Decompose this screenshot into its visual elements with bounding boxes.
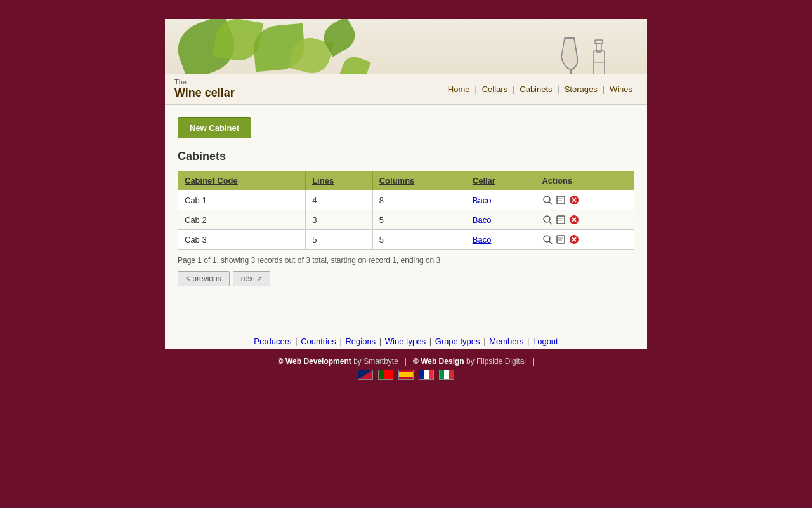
nav-home[interactable]: Home xyxy=(443,84,475,94)
main-content: New Cabinet Cabinets Cabinet Code Lines … xyxy=(165,105,647,327)
col-columns-link[interactable]: Columns xyxy=(379,176,415,185)
site-title-text: Wine cellar xyxy=(174,86,235,99)
col-cellar-link[interactable]: Cellar xyxy=(473,176,495,185)
next-button[interactable]: next > xyxy=(233,271,270,286)
cell-cellar-2: Baco xyxy=(466,230,535,250)
cell-columns-0: 8 xyxy=(372,190,466,210)
nav-wines[interactable]: Wines xyxy=(605,84,638,94)
svg-point-6 xyxy=(544,196,550,203)
col-cellar: Cellar xyxy=(466,171,535,190)
svg-line-15 xyxy=(549,222,552,224)
svg-rect-16 xyxy=(557,216,565,224)
flag-french[interactable] xyxy=(419,370,434,380)
col-actions: Actions xyxy=(535,171,634,190)
cell-lines-2: 5 xyxy=(306,230,373,250)
nav-bar: The Wine cellar Home | Cellars | Cabinet… xyxy=(165,74,647,104)
flag-italian[interactable] xyxy=(439,370,454,380)
cell-code-0: Cab 1 xyxy=(178,190,306,210)
col-lines-link[interactable]: Lines xyxy=(312,176,334,185)
footer-credits: © Web Development by Smartbyte | © Web D… xyxy=(6,357,806,366)
footer-link-members[interactable]: Members xyxy=(489,337,523,346)
delete-button-0[interactable] xyxy=(568,194,580,206)
footer-link-wine-types[interactable]: Wine types xyxy=(385,337,426,346)
main-navigation: Home | Cellars | Cabinets | Storages | W… xyxy=(443,84,638,94)
footer-sep1: | xyxy=(405,357,407,366)
cell-actions-1 xyxy=(535,210,634,230)
cellar-link-0[interactable]: Baco xyxy=(473,196,492,205)
edit-button-0[interactable] xyxy=(555,194,566,206)
site-the-label: The xyxy=(174,78,235,86)
cell-code-2: Cab 3 xyxy=(178,230,306,250)
footer-links: Producers | Countries | Regions | Wine t… xyxy=(165,327,647,349)
svg-rect-24 xyxy=(557,236,565,243)
table-header-row: Cabinet Code Lines Columns Cellar Action… xyxy=(178,171,634,190)
svg-rect-8 xyxy=(557,196,565,204)
svg-line-23 xyxy=(549,241,552,244)
nav-cellars[interactable]: Cellars xyxy=(477,84,513,94)
cellar-link-1[interactable]: Baco xyxy=(473,215,492,225)
pagination-info: Page 1 of 1, showing 3 records out of 3 … xyxy=(178,256,634,265)
col-lines: Lines xyxy=(306,171,373,190)
footer-link-producers[interactable]: Producers xyxy=(254,337,291,346)
new-cabinet-button[interactable]: New Cabinet xyxy=(178,117,251,138)
view-button-1[interactable] xyxy=(542,214,553,225)
nav-storages[interactable]: Storages xyxy=(560,84,603,94)
page-container: The Wine cellar Home | Cellars | Cabinet… xyxy=(165,19,647,349)
cell-actions-2 xyxy=(535,230,634,250)
view-button-0[interactable] xyxy=(542,194,553,206)
cellar-link-2[interactable]: Baco xyxy=(473,235,492,244)
bottom-footer: © Web Development by Smartbyte | © Web D… xyxy=(0,349,812,387)
cell-lines-0: 4 xyxy=(306,190,373,210)
header: The Wine cellar Home | Cellars | Cabinet… xyxy=(165,19,647,105)
table-row: Cab 1 4 8 Baco xyxy=(178,190,634,210)
site-name: The Wine cellar xyxy=(174,78,235,100)
web-design-label: © Web Design xyxy=(413,357,464,366)
svg-point-22 xyxy=(544,236,550,242)
cell-cellar-1: Baco xyxy=(466,210,535,230)
svg-point-14 xyxy=(544,216,550,222)
delete-button-2[interactable] xyxy=(568,234,580,245)
edit-button-2[interactable] xyxy=(555,234,566,245)
col-columns: Columns xyxy=(372,171,466,190)
footer-sep2: | xyxy=(532,357,534,366)
footer-link-regions[interactable]: Regions xyxy=(345,337,376,346)
col-cabinet-code: Cabinet Code xyxy=(178,171,306,190)
edit-button-1[interactable] xyxy=(555,214,566,225)
prev-button[interactable]: < previous xyxy=(178,271,230,286)
cell-actions-0 xyxy=(535,190,634,210)
delete-button-1[interactable] xyxy=(568,214,580,225)
cabinets-heading: Cabinets xyxy=(178,150,634,163)
footer-link-countries[interactable]: Countries xyxy=(301,337,336,346)
cell-lines-1: 3 xyxy=(306,210,373,230)
flag-spanish[interactable] xyxy=(398,370,414,380)
cell-columns-1: 5 xyxy=(372,210,466,230)
table-row: Cab 2 3 5 Baco xyxy=(178,210,634,230)
view-button-2[interactable] xyxy=(542,234,553,245)
cell-columns-2: 5 xyxy=(372,230,466,250)
flag-english[interactable] xyxy=(358,370,373,380)
footer-link-logout[interactable]: Logout xyxy=(533,337,558,346)
flag-portuguese[interactable] xyxy=(378,370,393,380)
col-cabinet-code-link[interactable]: Cabinet Code xyxy=(185,176,238,185)
cell-cellar-0: Baco xyxy=(466,190,535,210)
language-flags xyxy=(6,370,806,380)
footer-link-grape-types[interactable]: Grape types xyxy=(435,337,480,346)
web-dev-by: by Smartbyte xyxy=(353,357,398,366)
nav-cabinets[interactable]: Cabinets xyxy=(514,84,557,94)
pagination-nav: < previous next > xyxy=(178,271,634,286)
svg-line-7 xyxy=(549,202,552,204)
table-row: Cab 3 5 5 Baco xyxy=(178,230,634,250)
web-dev-label: © Web Development xyxy=(278,357,351,366)
cell-code-1: Cab 2 xyxy=(178,210,306,230)
web-design-by: by Flipside Digital xyxy=(466,357,526,366)
cabinets-table: Cabinet Code Lines Columns Cellar Action… xyxy=(178,171,634,250)
